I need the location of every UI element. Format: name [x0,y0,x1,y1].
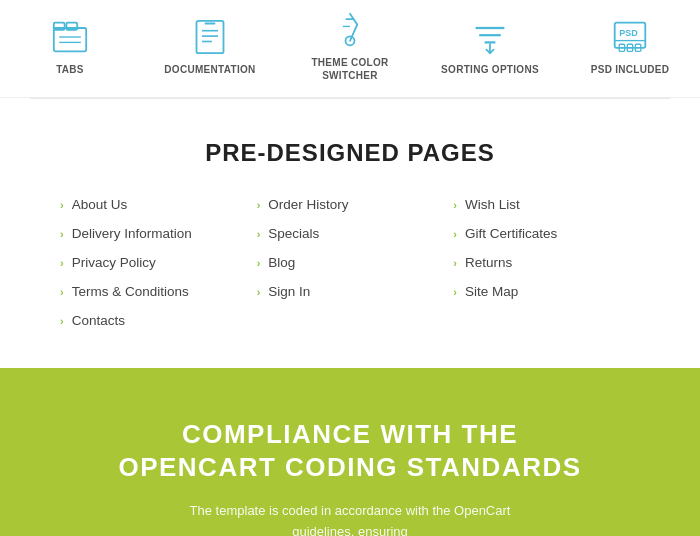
pages-section: PRE-DESIGNED PAGES › About Us › Delivery… [0,99,700,368]
chevron-icon-13: › [453,286,457,298]
link-blog[interactable]: › Blog [257,255,444,270]
chevron-icon-3: › [60,257,64,269]
chevron-icon-12: › [453,257,457,269]
feature-psd: PSD PSD INCLUDED [570,17,690,76]
link-returns[interactable]: › Returns [453,255,640,270]
chevron-icon-7: › [257,228,261,240]
pages-col-3: › Wish List › Gift Certificates › Return… [453,197,640,328]
chevron-icon-9: › [257,286,261,298]
feature-sorting: SORTING OPTIONS [430,17,550,76]
svg-rect-0 [54,28,86,51]
link-terms[interactable]: › Terms & Conditions [60,284,247,299]
chevron-icon-5: › [60,315,64,327]
documentation-icon [186,17,234,57]
link-contacts[interactable]: › Contacts [60,313,247,328]
features-bar: TABS DOCUMENTATION THEME COLOR SWITCHER [0,0,700,98]
sorting-label: SORTING OPTIONS [441,63,539,76]
pages-col-2: › Order History › Specials › Blog › Sign… [257,197,444,328]
link-sign-in[interactable]: › Sign In [257,284,444,299]
compliance-section: COMPLIANCE WITH THE OPENCART CODING STAN… [0,368,700,536]
pages-grid: › About Us › Delivery Information › Priv… [60,197,640,328]
link-order-history[interactable]: › Order History [257,197,444,212]
chevron-icon-8: › [257,257,261,269]
psd-icon: PSD [606,17,654,57]
chevron-icon-4: › [60,286,64,298]
link-delivery[interactable]: › Delivery Information [60,226,247,241]
link-privacy[interactable]: › Privacy Policy [60,255,247,270]
feature-tabs: TABS [10,17,130,76]
psd-label: PSD INCLUDED [591,63,670,76]
svg-rect-5 [197,20,224,52]
tabs-icon [46,17,94,57]
svg-text:PSD: PSD [619,28,638,38]
link-wish-list[interactable]: › Wish List [453,197,640,212]
chevron-icon-10: › [453,199,457,211]
chevron-icon-1: › [60,199,64,211]
chevron-icon-2: › [60,228,64,240]
feature-documentation: DOCUMENTATION [150,17,270,76]
link-site-map[interactable]: › Site Map [453,284,640,299]
pages-section-title: PRE-DESIGNED PAGES [60,139,640,167]
compliance-description: The template is coded in accordance with… [160,501,540,536]
color-switcher-icon [326,10,374,50]
documentation-label: DOCUMENTATION [164,63,255,76]
color-switcher-label: THEME COLOR SWITCHER [311,56,388,82]
chevron-icon-6: › [257,199,261,211]
feature-color-switcher: THEME COLOR SWITCHER [290,10,410,82]
link-gift-certificates[interactable]: › Gift Certificates [453,226,640,241]
link-about-us[interactable]: › About Us [60,197,247,212]
compliance-title: COMPLIANCE WITH THE OPENCART CODING STAN… [118,418,581,483]
pages-col-1: › About Us › Delivery Information › Priv… [60,197,247,328]
tabs-label: TABS [56,63,84,76]
chevron-icon-11: › [453,228,457,240]
link-specials[interactable]: › Specials [257,226,444,241]
sorting-icon [466,17,514,57]
